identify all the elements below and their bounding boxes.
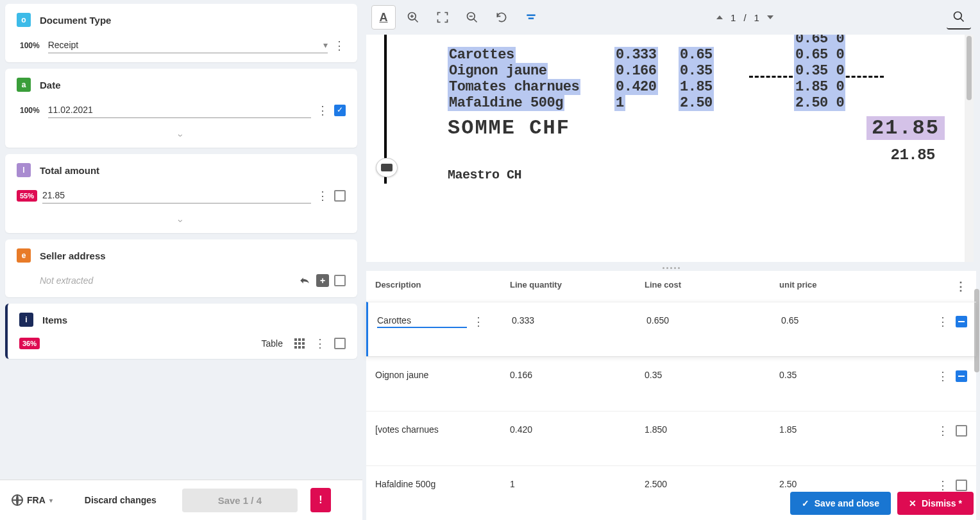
language-selector[interactable]: FRA ▾ — [12, 494, 53, 506]
value-document-type[interactable]: Receipt ▾ — [48, 37, 328, 53]
col-description: Description — [375, 280, 510, 293]
badge-o: o — [17, 13, 31, 27]
row-checkbox[interactable] — [956, 425, 967, 437]
label-document-type: Document Type — [40, 15, 111, 26]
col-unit-price: unit price — [779, 280, 914, 293]
dismiss-button[interactable]: Dismiss * — [897, 492, 974, 515]
col-cost: Line cost — [645, 280, 779, 293]
receipt-line: Mafaldine 500g12.502.50 0 — [448, 95, 974, 111]
row-checkbox[interactable] — [956, 480, 967, 491]
cell-more-icon[interactable]: ⋮ — [472, 315, 485, 328]
page-next[interactable] — [767, 15, 773, 19]
receipt-line: Carottes0.3330.650.65 0 — [448, 47, 974, 63]
text-select-icon[interactable]: A — [371, 5, 396, 30]
expand-date[interactable]: › — [5, 127, 357, 148]
search-icon[interactable] — [947, 5, 971, 30]
label-date: Date — [40, 80, 61, 91]
table-row[interactable]: Carottes⋮0.3330.6500.65⋮ — [366, 302, 976, 356]
left-footer: FRA ▾ Discard changes Save 1 / 4 ! — [0, 480, 362, 520]
table-row[interactable]: [votes charnues0.4201.8501.85⋮ — [366, 411, 976, 465]
label-items: Items — [42, 315, 67, 325]
row-more-icon[interactable]: ⋮ — [936, 479, 949, 492]
confidence-date: 100% — [17, 104, 43, 117]
page-prev[interactable] — [716, 15, 723, 19]
more-icon[interactable]: ⋮ — [314, 337, 326, 350]
receipt-line: Oignon jaune0.1660.350.35 0 — [448, 63, 974, 79]
row-more-icon[interactable]: ⋮ — [936, 424, 949, 437]
svg-line-1 — [415, 19, 418, 22]
filter-icon[interactable] — [519, 5, 543, 30]
document-viewer[interactable]: 0.65 0 Carottes0.3330.650.65 0Oignon jau… — [366, 35, 974, 262]
undo-icon[interactable] — [298, 274, 311, 287]
left-panel: o Document Type 100% Receipt ▾ ⋮ a Date — [0, 0, 362, 520]
zoom-out-icon[interactable] — [460, 5, 484, 30]
save-button: Save 1 / 4 — [182, 489, 298, 512]
warning-button[interactable]: ! — [310, 488, 331, 512]
items-table: Description Line quantity Line cost unit… — [366, 271, 976, 520]
field-items: i Items 36% Table ⋮ — [5, 304, 357, 359]
field-document-type: o Document Type 100% Receipt ▾ ⋮ — [5, 4, 357, 62]
row-more-icon[interactable]: ⋮ — [936, 370, 949, 383]
checkbox-date[interactable] — [334, 105, 346, 116]
grid-icon[interactable] — [293, 337, 306, 350]
confidence-doc-type: 100% — [17, 39, 43, 52]
label-total-amount: Total amount — [40, 165, 99, 176]
badge-e: e — [17, 248, 31, 263]
field-seller-address: e Seller address Not extracted + — [5, 239, 357, 297]
field-total-amount: l Total amount 55% 21.85 ⋮ › — [5, 154, 357, 233]
page-total: 1 — [754, 12, 759, 23]
viewer-toolbar: A 1 / 1 — [362, 0, 980, 35]
badge-l: l — [17, 163, 31, 177]
more-icon[interactable]: ⋮ — [333, 39, 346, 52]
checkbox-items[interactable] — [334, 338, 346, 349]
page-current: 1 — [731, 12, 736, 23]
badge-i: i — [19, 313, 33, 327]
right-panel: A 1 / 1 — [362, 0, 980, 520]
table-view-label: Table — [262, 338, 283, 349]
row-checkbox[interactable] — [956, 370, 967, 382]
col-quantity: Line quantity — [510, 280, 645, 293]
rotate-icon[interactable] — [489, 5, 514, 30]
checkbox-seller[interactable] — [334, 275, 346, 286]
add-icon[interactable]: + — [316, 274, 329, 287]
value-seller-address[interactable]: Not extracted — [40, 273, 293, 288]
badge-a: a — [17, 78, 31, 92]
more-icon[interactable]: ⋮ — [316, 104, 329, 117]
keyboard-icon[interactable] — [376, 158, 398, 177]
table-more-icon[interactable]: ⋮ — [954, 280, 967, 293]
fit-icon[interactable] — [430, 5, 455, 30]
discard-changes[interactable]: Discard changes — [85, 495, 156, 505]
label-seller-address: Seller address — [40, 250, 106, 261]
field-date: a Date 100% 11.02.2021 ⋮ › — [5, 69, 357, 148]
doc-scrollbar[interactable] — [965, 35, 974, 262]
zoom-in-icon[interactable] — [401, 5, 425, 30]
resize-handle[interactable] — [362, 264, 980, 271]
svg-line-5 — [474, 19, 477, 22]
save-and-close-button[interactable]: Save and close — [790, 492, 891, 515]
table-row[interactable]: Oignon jaune0.1660.350.35⋮ — [366, 356, 976, 411]
globe-icon — [12, 494, 23, 506]
confidence-items: 36% — [19, 338, 40, 349]
pager: 1 / 1 — [716, 12, 773, 23]
value-date[interactable]: 11.02.2021 — [48, 102, 311, 118]
checkbox-total[interactable] — [334, 190, 346, 202]
more-icon[interactable]: ⋮ — [316, 189, 329, 202]
confidence-total: 55% — [17, 190, 37, 202]
bottom-actions: Save and close Dismiss * — [790, 492, 974, 515]
expand-total[interactable]: › — [5, 212, 357, 233]
value-total-amount[interactable]: 21.85 — [42, 187, 311, 204]
row-checkbox[interactable] — [956, 316, 967, 327]
svg-line-10 — [961, 19, 964, 22]
row-more-icon[interactable]: ⋮ — [936, 315, 949, 328]
receipt-line: Tomates charnues0.4201.851.85 0 — [448, 79, 974, 95]
svg-point-9 — [954, 12, 962, 20]
